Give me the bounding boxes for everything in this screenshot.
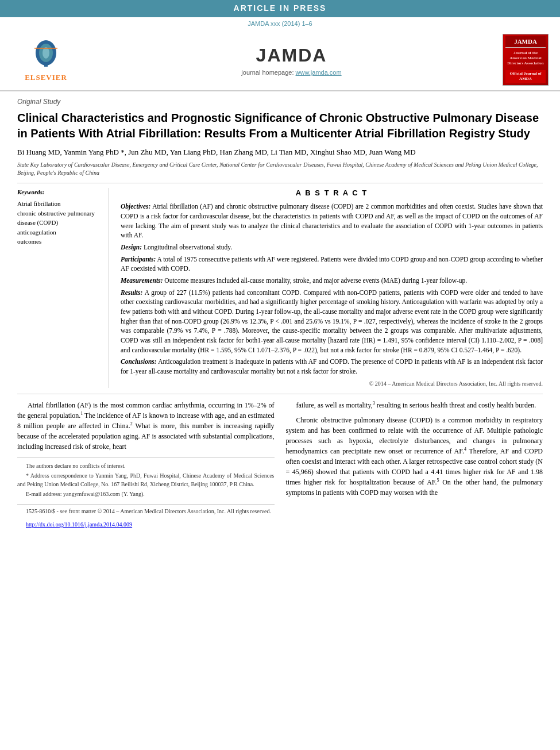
doi-line: http://dx.doi.org/10.1016/j.jamda.2014.0… (17, 520, 275, 529)
keyword-2: chronic obstructive pulmonary disease (C… (17, 209, 102, 228)
keyword-1: Atrial fibrillation (17, 199, 102, 209)
abstract-objectives: Objectives: Atrial fibrillation (AF) and… (121, 202, 543, 240)
keyword-4: outcomes (17, 237, 102, 247)
abstract-measurements: Measurements: Outcome measures included … (121, 276, 543, 286)
journal-header-center: JAMDA journal homepage: www.jamda.com (80, 43, 503, 77)
abstract-body: Objectives: Atrial fibrillation (AF) and… (121, 202, 543, 388)
body-para-1-left: Atrial fibrillation (AF) is the most com… (17, 400, 275, 452)
article-type: Original Study (17, 97, 543, 107)
authors-line: Bi Huang MD, Yanmin Yang PhD *, Jun Zhu … (17, 147, 543, 157)
design-text: Longitudinal observational study. (144, 244, 232, 251)
footnote-email: E-mail address: yangymfuwai@163.com (Y. … (17, 490, 275, 498)
bottom-bar: 1525-8610/$ - see front matter © 2014 – … (17, 504, 275, 529)
abstract-results: Results: A group of 227 (11.5%) patients… (121, 288, 543, 355)
body-column-left: Atrial fibrillation (AF) is the most com… (17, 400, 275, 533)
objectives-text: Atrial fibrillation (AF) and chronic obs… (121, 203, 543, 239)
affiliations: State Key Laboratory of Cardiovascular D… (17, 161, 543, 177)
conclusions-text: Anticoagulation treatment is inadequate … (121, 358, 543, 375)
body-section: Atrial fibrillation (AF) is the most com… (17, 400, 543, 533)
keyword-3: anticoagulation (17, 228, 102, 237)
body-para-1-right: failure, as well as mortality,3 resultin… (286, 400, 543, 410)
elsevier-text: ELSEVIER (25, 72, 67, 83)
footnote-area: The authors declare no conflicts of inte… (17, 457, 275, 498)
abstract-title: A B S T R A C T (121, 188, 543, 198)
divider-1 (17, 183, 543, 183)
keywords-label: Keywords: (17, 188, 102, 197)
keywords-column: Keywords: Atrial fibrillation chronic ob… (17, 188, 109, 388)
homepage-link[interactable]: www.jamda.com (296, 69, 342, 76)
body-para-2-right: Chronic obstructive pulmonary disease (C… (286, 415, 543, 498)
main-content: Original Study Clinical Characteristics … (0, 91, 560, 545)
jamda-cover-image: JAMDA Journal of the American Medical Di… (503, 34, 549, 86)
aip-banner-text: ARTICLE IN PRESS (234, 3, 327, 13)
body-column-right: failure, as well as mortality,3 resultin… (286, 400, 543, 533)
elsevier-tree-icon (29, 37, 63, 71)
issn-line: 1525-8610/$ - see front matter © 2014 – … (17, 507, 275, 516)
divider-2 (17, 394, 543, 394)
journal-title: JAMDA (80, 43, 503, 68)
journal-header: ELSEVIER JAMDA journal homepage: www.jam… (0, 29, 560, 91)
abstract-participants: Participants: A total of 1975 consecutiv… (121, 255, 543, 274)
article-title: Clinical Characteristics and Prognostic … (17, 110, 543, 141)
doi-link[interactable]: http://dx.doi.org/10.1016/j.jamda.2014.0… (26, 521, 132, 528)
authors-text: Bi Huang MD, Yanmin Yang PhD *, Jun Zhu … (17, 148, 416, 156)
journal-homepage: journal homepage: www.jamda.com (80, 68, 503, 77)
homepage-label: journal homepage: (241, 69, 293, 76)
elsevier-logo: ELSEVIER (11, 37, 80, 83)
abstract-conclusions: Conclusions: Anticoagulation treatment i… (121, 357, 543, 376)
footnote-conflict: The authors declare no conflicts of inte… (17, 461, 275, 470)
footnote-correspondence: * Address correspondence to Yanmin Yang,… (17, 471, 275, 489)
svg-point-3 (43, 47, 49, 59)
aip-banner: ARTICLE IN PRESS (0, 0, 560, 17)
measurements-text: Outcome measures included all-cause mort… (164, 277, 467, 284)
abstract-section: Keywords: Atrial fibrillation chronic ob… (17, 188, 543, 388)
results-text: A group of 227 (11.5%) patients had conc… (121, 289, 543, 353)
keywords-list: Atrial fibrillation chronic obstructive … (17, 199, 102, 247)
abstract-copyright: © 2014 – American Medical Directors Asso… (121, 380, 543, 389)
jamda-ref-text: JAMDA xxx (2014) 1–6 (248, 20, 312, 27)
participants-text: A total of 1975 consecutive patients wit… (121, 256, 543, 272)
abstract-design: Design: Longitudinal observational study… (121, 243, 543, 252)
abstract-column: A B S T R A C T Objectives: Atrial fibri… (121, 188, 543, 388)
jamda-ref-line: JAMDA xxx (2014) 1–6 (0, 17, 560, 29)
